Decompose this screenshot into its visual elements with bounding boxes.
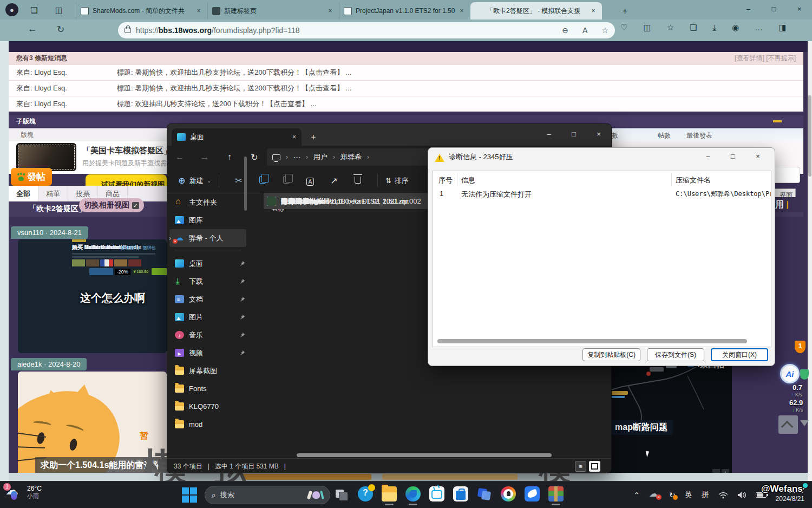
weather-widget[interactable]: 1 26°C小雨	[5, 485, 42, 500]
page-scrollbar-thumb[interactable]	[808, 95, 811, 177]
tab-close-icon[interactable]: ×	[326, 7, 335, 15]
notice-message-row[interactable]: 來自: Lloyd Esq. 標題: 暑期愉快，欢迎抽出几秒支持论坛，送200下…	[9, 80, 803, 96]
taskbar-app[interactable]	[381, 485, 397, 505]
post-author-label[interactable]: vsun110 · 2024-8-21	[11, 226, 88, 239]
sidebar-item[interactable]: 图片	[167, 308, 248, 326]
tab-close-icon[interactable]: ×	[292, 133, 296, 141]
taskbar-app-icon[interactable]	[334, 486, 349, 502]
breadcrumb-ellipsis[interactable]: ⋯	[293, 153, 300, 161]
explorer-maximize-button[interactable]: □	[561, 124, 586, 145]
scroll-down-icon[interactable]	[800, 420, 809, 431]
dialog-button[interactable]: 关闭窗口(X)	[711, 348, 768, 361]
sidebar-item[interactable]: 主文件夹	[167, 193, 248, 211]
album-view-toggle[interactable]: 切换相册视图 ✓	[79, 198, 144, 212]
dialog-table[interactable]: 序号 信息 压缩文件名 1 无法作为压缩文件打开 C:\Users\郑骅希\De…	[433, 171, 771, 347]
breadcrumb-users[interactable]: 用户	[313, 152, 328, 162]
browser-maximize-button[interactable]: □	[761, 0, 787, 18]
back-icon[interactable]: ←	[26, 24, 39, 35]
wallet-icon[interactable]: ◉	[732, 23, 739, 32]
sidebar-item[interactable]: 文档	[167, 290, 248, 308]
browser-close-button[interactable]: ×	[787, 0, 812, 18]
favorites-icon[interactable]: ☆	[667, 23, 674, 32]
taskbar-app[interactable]	[357, 485, 374, 505]
board-title[interactable]: 「美国卡车模拟答疑区」	[82, 146, 172, 156]
file-list-hscrollbar[interactable]	[297, 453, 552, 457]
sidebar-item[interactable]: 屏幕截图	[167, 362, 248, 380]
notice-message-row[interactable]: 來自: Lloyd Esq. 標題: 欢迎抽出几秒支持论坛，送200下载积分！【…	[9, 96, 803, 112]
checkbox-icon[interactable]: ✓	[132, 202, 139, 209]
board-thumbnail[interactable]	[18, 145, 75, 170]
browser-tab[interactable]: ProjectJapan v1.1.0 ETS2 for 1.50 ×	[339, 2, 470, 19]
new-post-button[interactable]: 發帖	[11, 168, 52, 186]
sidebar-item[interactable]: 图库	[167, 211, 248, 229]
new-item-button[interactable]: ⊕新建⌄	[178, 175, 211, 186]
forum-filter-tab[interactable]: 精華	[38, 186, 68, 201]
sidebar-toggle-icon[interactable]: ◨	[778, 23, 786, 32]
taskbar-app[interactable]	[548, 485, 564, 505]
taskbar-app-icon[interactable]	[382, 486, 397, 502]
sidebar-item[interactable]: 视频	[167, 344, 248, 362]
sidebar-item[interactable]: 桌面	[167, 255, 248, 272]
profile-avatar[interactable]: ●	[5, 3, 18, 16]
taskbar-app-icon[interactable]	[477, 486, 492, 502]
forum-filter-tab[interactable]: 全部	[9, 186, 38, 201]
tab-close-icon[interactable]: ×	[194, 7, 203, 15]
taskbar-app[interactable]	[524, 485, 540, 505]
start-button[interactable]	[181, 487, 198, 503]
cut-icon[interactable]: ✂	[227, 175, 251, 186]
nav-forward-icon[interactable]: →	[192, 152, 217, 162]
dialog-minimize-button[interactable]: –	[696, 148, 721, 165]
ai-assistant-button[interactable]: Ai	[780, 364, 800, 383]
taskbar-app-icon[interactable]	[358, 486, 373, 502]
volume-icon[interactable]	[737, 491, 746, 499]
ime-english-indicator[interactable]: 英	[685, 490, 692, 500]
taskbar-app-icon[interactable]	[453, 486, 468, 502]
taskbar-app[interactable]	[500, 485, 516, 505]
refresh-icon[interactable]: ↻	[54, 24, 67, 35]
list-view-button[interactable]: ≡	[575, 461, 586, 472]
explorer-close-button[interactable]: ×	[586, 124, 611, 145]
taskbar-search[interactable]: ⌕ 搜索	[205, 486, 330, 504]
wifi-icon[interactable]	[718, 491, 728, 499]
browser-tab[interactable]: 新建标签页 ×	[207, 2, 339, 19]
sidebar-scrollbar[interactable]	[244, 157, 247, 211]
taskbar-app[interactable]	[476, 485, 493, 505]
back-to-top-button[interactable]	[778, 415, 798, 434]
security-shield-badge[interactable]: 1	[795, 341, 806, 353]
downloads-icon[interactable]: ⤓	[713, 23, 717, 32]
taskbar-app-icon[interactable]	[501, 486, 516, 502]
nav-back-icon[interactable]: ←	[167, 152, 192, 162]
browser-essentials-icon[interactable]: ♡	[620, 23, 627, 32]
taskbar-app[interactable]	[405, 485, 421, 505]
taskbar-app-icon[interactable]	[525, 486, 540, 502]
new-tab-button[interactable]: ＋	[620, 4, 630, 17]
notice-message-row[interactable]: 來自: Lloyd Esq. 標題: 暑期愉快，欢迎抽出几秒支持论坛，送200下…	[9, 64, 803, 80]
share-icon[interactable]: ↗	[322, 175, 346, 186]
dialog-maximize-button[interactable]: □	[721, 148, 745, 165]
collapse-dash-icon[interactable]	[773, 120, 782, 122]
taskbar-app-icon[interactable]	[405, 486, 421, 502]
sidebar-item[interactable]: mod	[167, 415, 248, 433]
explorer-new-tab-button[interactable]: ＋	[309, 132, 318, 143]
browser-tab[interactable]: ShareMods.com - 简单的文件共 ×	[76, 2, 207, 19]
split-screen-icon[interactable]: ◫	[643, 23, 651, 32]
taskbar-app[interactable]	[453, 485, 469, 505]
nav-up-icon[interactable]: ↑	[217, 152, 242, 162]
dialog-button[interactable]: 保存到文件(S)	[647, 348, 704, 361]
sidebar-item[interactable]: KLQ6770	[167, 398, 248, 415]
rename-icon[interactable]: A	[298, 176, 322, 186]
sidebar-item[interactable]: 音乐	[167, 326, 248, 344]
dialog-button[interactable]: 复制到粘贴板(C)	[582, 348, 640, 361]
sort-button[interactable]: ⇅排序	[385, 176, 409, 186]
tab-close-icon[interactable]: ×	[589, 7, 598, 15]
browser-tab[interactable]: 「欧卡2答疑区」 - 模拟联合支援 ×	[470, 2, 602, 19]
this-pc-icon[interactable]	[272, 154, 280, 160]
more-menu-icon[interactable]: …	[755, 23, 763, 32]
dialog-hscrollbar[interactable]	[437, 339, 747, 343]
sync-update-icon[interactable]: ↻	[669, 491, 676, 499]
zoom-out-icon[interactable]: ⊖	[562, 26, 568, 35]
read-aloud-icon[interactable]: A	[582, 26, 587, 35]
taskbar-app-icon[interactable]	[429, 486, 444, 502]
tab-close-icon[interactable]: ×	[457, 7, 466, 15]
paste-icon[interactable]	[274, 176, 298, 186]
